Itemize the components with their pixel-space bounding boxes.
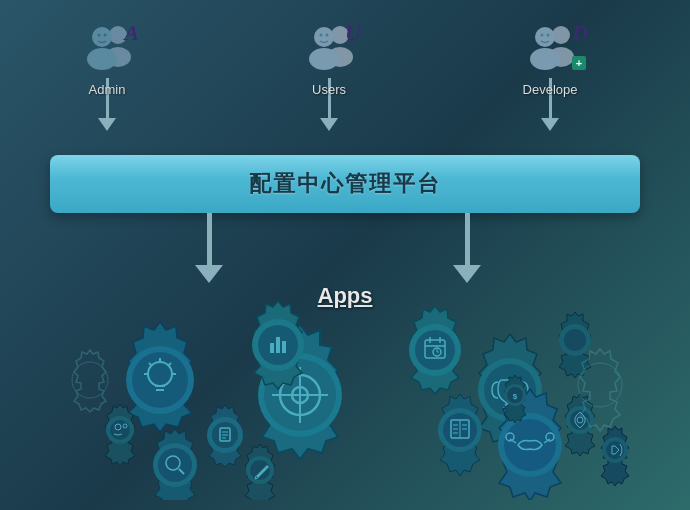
admin-icon: A	[73, 18, 141, 76]
users-icon: U	[295, 18, 363, 76]
svg-point-17	[546, 34, 549, 37]
svg-rect-34	[270, 343, 274, 353]
admin-label: Admin	[89, 82, 126, 97]
actor-users: U Users	[295, 18, 363, 131]
svg-point-57	[564, 329, 586, 351]
svg-rect-35	[276, 337, 280, 353]
apps-label: Apps	[318, 283, 373, 309]
admin-letter: A	[124, 20, 139, 46]
gears-area: $	[60, 280, 630, 500]
users-label: Users	[312, 82, 346, 97]
svg-point-85	[250, 460, 270, 480]
developer-letter: D	[572, 20, 588, 46]
gears-svg: $	[60, 280, 630, 500]
svg-rect-36	[282, 341, 286, 353]
platform-bar: 配置中心管理平台	[50, 155, 640, 213]
developer-people-svg	[523, 21, 578, 73]
svg-point-4	[97, 34, 100, 37]
svg-point-62	[110, 420, 130, 440]
diagram-container: A Admin U Users	[0, 0, 690, 510]
right-platform-arrow	[453, 213, 481, 283]
svg-point-15	[530, 48, 560, 70]
svg-point-44	[415, 330, 455, 370]
svg-point-83	[606, 441, 624, 459]
svg-point-14	[535, 27, 555, 47]
svg-point-5	[103, 34, 106, 37]
svg-point-16	[540, 34, 543, 37]
svg-point-10	[319, 34, 322, 37]
svg-point-66	[158, 448, 192, 482]
svg-point-8	[314, 27, 334, 47]
svg-point-9	[309, 48, 339, 70]
users-letter: U	[345, 20, 361, 46]
actor-admin: A Admin	[73, 18, 141, 131]
svg-point-3	[87, 48, 117, 70]
svg-point-11	[325, 34, 328, 37]
svg-text:$: $	[513, 392, 518, 401]
svg-point-79	[504, 419, 556, 471]
developer-label: Develope	[523, 82, 578, 97]
platform-title: 配置中心管理平台	[249, 169, 441, 199]
left-platform-arrow	[195, 213, 223, 283]
developer-icon: D +	[510, 18, 590, 76]
actor-developer: D + Develope	[510, 18, 590, 131]
svg-point-2	[92, 27, 112, 47]
